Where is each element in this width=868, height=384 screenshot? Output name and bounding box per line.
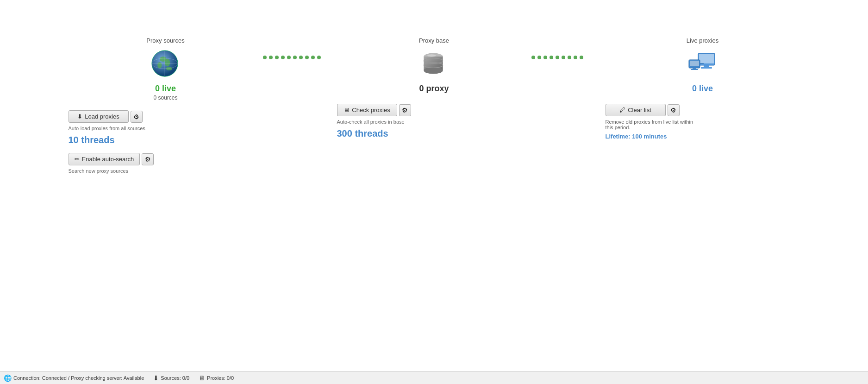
dot: [299, 56, 303, 59]
dot: [568, 56, 571, 59]
dot: [574, 56, 577, 59]
dot: [287, 56, 291, 59]
proxies-text: Proxies: 0/0: [207, 375, 234, 381]
connector-2: [531, 37, 606, 59]
dot: [281, 56, 285, 59]
proxy-sources-live: 0 live: [155, 84, 176, 94]
load-proxies-settings-button[interactable]: ⚙: [131, 111, 143, 123]
check-proxies-button[interactable]: 🖥 Check proxies: [337, 104, 397, 116]
check-proxies-settings-button[interactable]: ⚙: [399, 104, 411, 116]
autosearch-desc: Search new proxy sources: [69, 168, 129, 174]
enable-autosearch-button[interactable]: ✏ Enable auto-search: [69, 153, 140, 165]
check-threads-label: 300 threads: [337, 128, 388, 139]
autosearch-icon: ✏: [75, 156, 80, 163]
svg-rect-17: [701, 67, 712, 69]
proxy-sources-title: Proxy sources: [146, 37, 184, 44]
check-proxies-desc: Auto-check all proxies in base: [337, 119, 405, 125]
connection-status: 🌐 Connection: Connected / Proxy checking…: [4, 374, 144, 382]
connection-text: Connection: Connected / Proxy checking s…: [13, 375, 144, 381]
sources-text: Sources: 0/0: [161, 375, 189, 381]
proxies-status: 🖥 Proxies: 0/0: [199, 374, 234, 382]
live-proxies-actions: 🖊 Clear list ⚙ Remove old proxies from l…: [606, 104, 800, 140]
dot: [537, 56, 541, 59]
statusbar: 🌐 Connection: Connected / Proxy checking…: [0, 371, 868, 384]
connection-icon: 🌐: [4, 374, 12, 382]
clear-list-settings-button[interactable]: ⚙: [668, 104, 680, 116]
svg-point-2: [165, 59, 170, 67]
svg-rect-21: [691, 69, 698, 70]
sources-icon: ⬇: [153, 374, 159, 382]
dot: [580, 56, 583, 59]
database-icon: [419, 50, 449, 79]
dot: [263, 56, 267, 59]
proxy-sources-sub: 0 sources: [153, 94, 177, 101]
clear-list-desc: Remove old proxies from live list within…: [606, 119, 698, 130]
sources-status: ⬇ Sources: 0/0: [153, 374, 189, 382]
connector-1: [263, 37, 337, 59]
dot: [556, 56, 559, 59]
dots-2: [531, 56, 583, 59]
live-proxies-title: Live proxies: [687, 37, 718, 44]
load-proxies-icon: ⬇: [77, 113, 82, 120]
clear-list-icon: 🖊: [619, 107, 625, 113]
dot: [562, 56, 565, 59]
load-proxies-desc: Auto-load proxies from all sources: [69, 126, 145, 131]
dot: [550, 56, 553, 59]
dot: [269, 56, 273, 59]
svg-point-13: [427, 54, 436, 57]
autosearch-row: ✏ Enable auto-search ⚙: [69, 153, 154, 165]
check-proxies-row: 🖥 Check proxies ⚙: [337, 104, 411, 116]
dot: [543, 56, 547, 59]
network-icon: [688, 50, 718, 79]
proxy-base-panel: Proxy base: [337, 37, 531, 146]
svg-point-3: [157, 62, 162, 68]
load-proxies-row: ⬇ Load proxies ⚙: [69, 110, 143, 123]
dot: [293, 56, 297, 59]
proxy-base-status: 0 proxy: [419, 84, 449, 94]
dot: [305, 56, 309, 59]
autosearch-settings-button[interactable]: ⚙: [142, 153, 154, 165]
dot: [317, 56, 321, 59]
svg-rect-19: [690, 61, 699, 66]
proxies-icon: 🖥: [199, 374, 205, 382]
clear-list-row: 🖊 Clear list ⚙: [606, 104, 680, 116]
globe-icon: [151, 50, 181, 79]
dots-1: [263, 56, 321, 59]
lifetime-label: Lifetime: 100 minutes: [606, 133, 667, 140]
live-proxies-panel: Live proxies 0 live 🖊: [606, 37, 800, 140]
proxy-sources-actions: ⬇ Load proxies ⚙ Auto-load proxies from …: [69, 110, 263, 177]
svg-rect-15: [699, 54, 714, 63]
check-proxies-icon: 🖥: [343, 107, 350, 113]
load-threads-label: 10 threads: [69, 135, 115, 145]
proxy-sources-panel: Proxy sources: [69, 37, 263, 177]
live-proxies-status: 0 live: [692, 84, 713, 94]
clear-list-button[interactable]: 🖊 Clear list: [606, 104, 666, 116]
load-proxies-button[interactable]: ⬇ Load proxies: [69, 110, 129, 123]
dot: [275, 56, 279, 59]
proxy-base-title: Proxy base: [419, 37, 449, 44]
dot: [531, 56, 535, 59]
dot: [311, 56, 315, 59]
proxy-base-actions: 🖥 Check proxies ⚙ Auto-check all proxies…: [337, 104, 531, 146]
